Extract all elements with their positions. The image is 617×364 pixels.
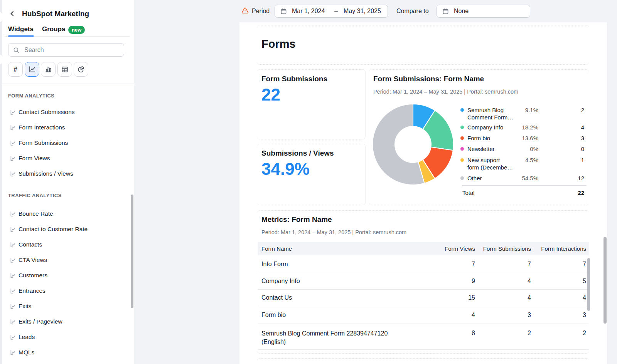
compare-to-select[interactable]: None [437,5,530,18]
sidebar-item-contacts[interactable]: Contacts [0,237,134,252]
sidebar-item-cta-views[interactable]: CTA Views [0,252,134,268]
metrics-card-title: Metrics: Form Name [261,215,332,224]
line-chart-icon [10,349,19,356]
period-range-separator: – [334,8,338,15]
sidebar-scrollbar[interactable] [131,195,133,308]
forms-section-card[interactable]: Forms [257,25,589,65]
calendar-icon [280,8,287,15]
form-submissions-by-form-name-card[interactable]: Form Submissions: Form Name Period: Mar … [369,69,589,205]
kpi-title: Form Submissions [261,75,327,83]
new-badge: new [68,26,85,34]
legend-dot [460,126,464,129]
period-label: Period [252,8,270,15]
report-canvas: Forms Form Submissions 22 Submissions / … [239,22,607,364]
legend-dot [460,158,464,162]
section-title: Forms [261,38,296,50]
legend-dot [460,147,464,151]
table-scrollbar[interactable] [587,258,590,311]
metrics-card-subtitle: Period: Mar 1, 2024 – May 31, 2025 | Por… [261,229,406,235]
table-row[interactable]: Semrush Blog Comment Form 228394747120 (… [258,324,589,350]
next-widget-card[interactable] [257,358,589,364]
total-value: 22 [548,189,584,197]
sidebar-item-exits[interactable]: Exits [0,299,134,314]
line-chart-icon [28,65,36,73]
line-chart-icon [10,226,19,233]
filter-table-button[interactable] [57,62,72,77]
filter-pie-chart-button[interactable] [74,62,88,77]
table-row[interactable]: Form bio433 [258,306,589,324]
filter-line-chart-button[interactable] [25,62,39,77]
sidebar-item-form-interactions[interactable]: Form Interactions [0,120,134,135]
sidebar-item-submissions-views[interactable]: Submissions / Views [0,166,134,181]
line-chart-icon [10,171,19,177]
table-header-row: Form NameForm ViewsForm SubmissionsForm … [258,242,589,255]
search-placeholder: Search [24,47,44,54]
section-header: FORM ANALYTICS [8,93,134,99]
metrics-form-name-card[interactable]: Metrics: Form Name Period: Mar 1, 2024 –… [257,210,589,354]
sidebar-title: HubSpot Marketing [22,10,89,18]
sidebar-item-bounce-rate[interactable]: Bounce Rate [0,206,134,221]
table-icon [61,65,69,73]
form-submissions-kpi-card[interactable]: Form Submissions 22 [257,69,366,139]
background-card-edge [0,12,2,22]
sidebar-item-leads[interactable]: Leads [0,329,134,345]
warning-icon [241,7,249,14]
line-chart-icon [10,242,19,248]
sidebar-item-form-views[interactable]: Form Views [0,151,134,166]
table-row[interactable]: Info Form777 [258,255,589,273]
tab-groups[interactable]: Groups [42,25,65,33]
kpi-value: 34.9% [261,159,310,179]
section-header: TRAFFIC ANALYTICS [8,193,134,199]
calendar-icon [442,8,449,15]
line-chart-icon [10,124,19,131]
bar-chart-icon [44,65,52,73]
sidebar-item-customers[interactable]: Customers [0,268,134,283]
widgets-sidebar: HubSpot Marketing Widgets Groups new Sea… [0,0,134,364]
number-icon: # [13,65,17,74]
legend-dot [460,176,464,180]
search-icon [13,47,20,54]
period-date-range[interactable]: Mar 1, 2024 – May 31, 2025 [275,5,388,18]
chevron-left-icon [11,12,13,15]
kpi-value: 22 [261,85,280,104]
line-chart-icon [10,319,19,325]
tab-widgets[interactable]: Widgets [8,25,34,33]
pie-chart-icon [77,65,85,73]
legend-divider [462,185,587,186]
search-input[interactable]: Search [8,43,124,57]
table-row[interactable]: Company Info945 [258,273,589,290]
sidebar-header: HubSpot Marketing Widgets Groups new Sea… [0,0,134,84]
donut-card-title: Form Submissions: Form Name [373,75,484,83]
page-scrollbar[interactable] [604,237,607,324]
line-chart-icon [10,155,19,162]
background-card-edge [0,55,2,64]
metrics-table: Form NameForm ViewsForm SubmissionsForm … [258,242,589,350]
kpi-title: Submissions / Views [261,149,334,158]
line-chart-icon [10,109,19,116]
donut-card-subtitle: Period: Mar 1, 2024 – May 31, 2025 | Por… [373,89,518,95]
sidebar-item-form-submissions[interactable]: Form Submissions [0,135,134,151]
period-end-date: May 31, 2025 [344,8,381,15]
table-row[interactable]: Contact Us1544 [258,290,589,306]
line-chart-icon [10,334,19,341]
active-tab-underline [8,35,34,37]
submissions-views-kpi-card[interactable]: Submissions / Views 34.9% [257,144,366,205]
total-label: Total [462,189,475,197]
sidebar-item-contact-submissions[interactable]: Contact Submissions [0,104,134,120]
donut-chart [371,102,455,186]
compare-to-value: None [454,8,469,15]
sidebar-item-exits-pageview[interactable]: Exits / Pageview [0,314,134,329]
line-chart-icon [10,140,19,146]
compare-to-label: Compare to [396,8,429,15]
sidebar-item-mqls[interactable]: MQLs [0,345,134,360]
line-chart-icon [10,257,19,263]
line-chart-icon [10,288,19,294]
back-button[interactable] [9,10,16,17]
filter-bar-chart-button[interactable] [41,62,56,77]
legend-dot [460,136,464,140]
line-chart-icon [10,272,19,279]
legend-dot [460,108,464,112]
filter-number-button[interactable]: # [8,62,23,77]
sidebar-item-entrances[interactable]: Entrances [0,283,134,299]
sidebar-item-contact-to-customer-rate[interactable]: Contact to Customer Rate [0,221,134,237]
